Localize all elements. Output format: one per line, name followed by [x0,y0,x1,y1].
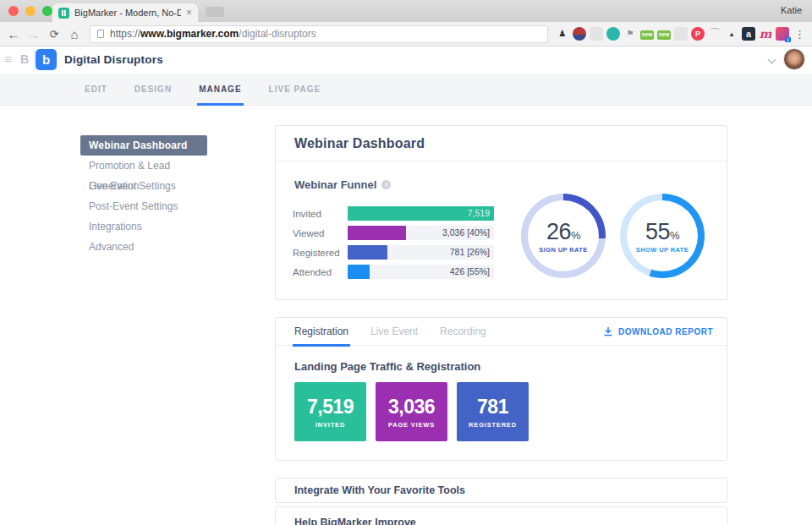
funnel-row-label: Attended [293,267,348,277]
funnel-bar-value: 426 [55%] [450,265,490,279]
globe-extension-icon[interactable] [573,27,586,41]
funnel-row: Attended 426 [55%] [293,265,511,279]
section-title: Landing Page Traffic & Registration [294,360,727,373]
browser-toolbar: ← → ⟳ ⌂ https://www.bigmarker.com/digita… [0,22,812,46]
home-icon[interactable]: ⌂ [64,27,85,41]
colorful-extension-icon[interactable]: 1 [776,27,789,41]
stat-label: REGISTERED [469,421,517,429]
download-report-button[interactable]: DOWNLOAD REPORT [603,326,713,336]
funnel-row-label: Invited [293,209,348,219]
webinar-dashboard-card: Webinar Dashboard Webinar Funnel i Invit… [275,125,727,300]
address-bar[interactable]: https://www.bigmarker.com/digital-disrup… [90,25,548,43]
help-bigmarker-title: Help BigMarker Improve [276,507,727,525]
header-divider [34,49,35,71]
funnel-bar-track: 781 [26%] [348,245,494,260]
webinar-funnel-chart: Invited 7,519 Viewed 3,036 [40%] Registe… [293,206,511,284]
arc-extension-icon[interactable]: ⌒ [708,27,721,41]
stat-invited: 7,519 INVITED [294,382,366,441]
new-badge-extension-icon[interactable]: new [657,30,671,40]
funnel-row-label: Viewed [293,228,348,238]
funnel-heading: Webinar Funnel i [294,178,391,191]
zoom-window-button[interactable] [42,6,52,16]
funnel-row-label: Registered [293,248,348,258]
tab-recording[interactable]: Recording [440,318,486,346]
donut-center: 26% SIGN UP RATE [528,200,599,271]
report-tabbar: Registration Live Event Recording DOWNLO… [276,318,727,346]
new-tab-button[interactable] [206,7,224,17]
amazon-extension-icon[interactable]: a [742,27,755,41]
funnel-row: Invited 7,519 [293,206,511,221]
sidebar-item-live-event-settings[interactable]: Live Event Settings [80,176,207,196]
browser-window: BigMarker - Modern, No-Dow × Katie ← → ⟳… [0,0,812,525]
stat-value: 3,036 [388,396,435,418]
funnel-bar [348,226,406,240]
page-url: https://www.bigmarker.com/digital-disrup… [110,28,316,40]
browser-titlebar: BigMarker - Modern, No-Dow × Katie [0,0,812,22]
help-bigmarker-card: Help BigMarker Improve [275,506,727,525]
refresh-icon[interactable]: ⟳ [44,28,64,41]
info-icon[interactable]: i [381,180,391,189]
stat-value: 7,519 [307,396,354,418]
donut-center: 55% SHOW UP RATE [627,200,698,271]
tab-manage[interactable]: MANAGE [199,74,241,106]
pocket-extension-icon[interactable]: P [691,27,705,41]
back-icon[interactable]: ← [3,27,24,41]
penguin-extension-icon[interactable]: ♟ [556,27,569,41]
tab-live-event[interactable]: Live Event [370,318,418,346]
chevron-down-icon[interactable] [768,56,776,64]
funnel-bar-track: 3,036 [40%] [348,226,494,240]
funnel-row: Viewed 3,036 [40%] [293,226,511,240]
forward-icon[interactable]: → [24,27,44,41]
tab-edit[interactable]: EDIT [85,74,107,106]
download-icon [603,326,613,336]
sidebar-item-promotion[interactable]: Promotion & Lead Generation [80,156,207,176]
chrome-profile-name[interactable]: Katie [781,5,802,15]
browser-tab[interactable]: BigMarker - Modern, No-Dow × [52,3,198,22]
funnel-bar-track: 426 [55%] [348,265,494,279]
sidebar-item-webinar-dashboard[interactable]: Webinar Dashboard [80,135,207,156]
bigmarker-logo-icon[interactable]: b [36,49,57,70]
stat-label: PAGE VIEWS [388,421,435,429]
hamburger-menu-icon[interactable]: ≡ [4,52,12,66]
donut-label: SHOW UP RATE [636,246,689,254]
collapsed-brand-logo[interactable]: B [20,52,29,66]
sidebar-item-post-event-settings[interactable]: Post-Event Settings [80,196,207,216]
new-badge-extension-icon[interactable]: new [640,30,654,40]
tab-design[interactable]: DESIGN [134,74,172,106]
workspace-tabbar: EDIT DESIGN MANAGE LIVE PAGE [0,74,812,106]
funnel-bar-track: 7,519 [348,206,494,221]
inactive-extension-icon[interactable] [590,27,603,41]
page-icon [97,30,104,38]
window-controls [8,6,52,16]
settings-sidebar: Webinar Dashboard Promotion & Lead Gener… [80,135,207,257]
browser-menu-icon[interactable]: ⋮ [794,28,805,41]
funnel-bar [348,265,370,279]
inactive-extension-icon[interactable] [674,27,688,41]
tab-live-page[interactable]: LIVE PAGE [269,74,321,106]
funnel-bar-value: 781 [26%] [450,245,490,260]
browser-tab-title: BigMarker - Modern, No-Dow [74,8,181,18]
extension-icons-row: ♟ ⚑ new new P ⌒ ▴ a m 1 [556,27,789,41]
funnel-bar-value: 7,519 [468,206,490,221]
minimize-window-button[interactable] [25,6,36,16]
sign-up-rate-donut: 26% SIGN UP RATE [521,194,606,278]
stat-value: 781 [477,396,508,418]
donut-value: 55% [645,219,679,245]
sidebar-item-advanced[interactable]: Advanced [80,237,207,257]
teal-extension-icon[interactable] [606,27,620,41]
bird-extension-icon[interactable]: ▴ [725,27,738,41]
tab-close-icon[interactable]: × [186,7,192,19]
close-window-button[interactable] [8,6,19,16]
flag-extension-icon[interactable]: ⚑ [623,27,637,41]
cursive-m-extension-icon[interactable]: m [759,27,772,41]
sidebar-item-integrations[interactable]: Integrations [80,216,207,237]
donut-label: SIGN UP RATE [539,246,587,254]
extension-badge: 1 [785,37,791,42]
app-header: ≡ B b Digital Disruptors [0,46,812,74]
rate-donuts: 26% SIGN UP RATE 55% SHOW UP RATE [521,194,705,278]
user-avatar[interactable] [783,48,805,70]
stat-page-views: 3,036 PAGE VIEWS [376,382,447,441]
tab-registration[interactable]: Registration [294,318,348,346]
integrations-title: Integrate With Your Favorite Tools [276,479,727,503]
workspace-title: Digital Disruptors [64,53,163,66]
